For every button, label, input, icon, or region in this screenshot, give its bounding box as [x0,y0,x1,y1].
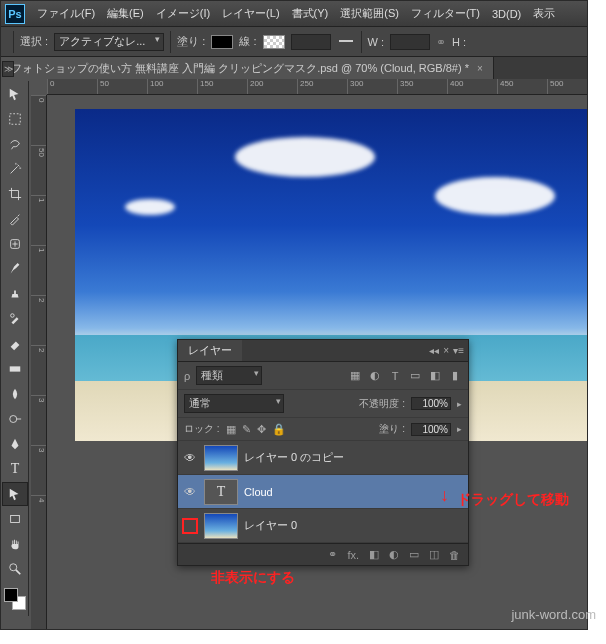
eraser-tool[interactable] [2,332,28,356]
lock-all-icon[interactable]: 🔒 [272,423,286,436]
menu-layer[interactable]: レイヤー(L) [216,6,285,21]
blur-tool[interactable] [2,382,28,406]
layer-name[interactable]: レイヤー 0 [244,518,297,533]
w-label: W : [368,36,385,48]
link-wh-icon[interactable]: ⚭ [436,35,446,49]
new-layer-icon[interactable]: ◫ [429,548,439,561]
ruler-vertical[interactable]: 0501122334 [31,95,47,629]
brush-tool[interactable] [2,257,28,281]
panel-header: レイヤー ◂◂ × ▾≡ [178,340,468,362]
document-tab-row: フォトショップの使い方 無料講座 入門編 クリッピングマスク.psd @ 70%… [1,57,587,79]
delete-layer-icon[interactable]: 🗑 [449,549,460,561]
eyedropper-tool[interactable] [2,207,28,231]
layer-name[interactable]: レイヤー 0 のコピー [244,450,344,465]
type-tool[interactable]: T [2,457,28,481]
filter-adjustment-icon[interactable]: ◐ [368,369,382,383]
separator [170,31,171,53]
move-tool[interactable] [2,82,28,106]
opacity-label: 不透明度 : [359,397,405,411]
filter-type-select[interactable]: 種類 [196,366,262,385]
filter-smart-icon[interactable]: ◧ [428,369,442,383]
new-group-icon[interactable]: ▭ [409,548,419,561]
menu-image[interactable]: イメージ(I) [150,6,216,21]
fill-label: 塗り : [379,422,405,436]
history-brush-tool[interactable] [2,307,28,331]
filter-shape-icon[interactable]: ▭ [408,369,422,383]
visibility-toggle[interactable]: 👁 [182,484,198,500]
lock-label: ロック : [184,422,220,436]
blend-mode-select[interactable]: 通常 [184,394,284,413]
menu-edit[interactable]: 編集(E) [101,6,150,21]
ruler-horizontal[interactable]: 050100150200250300350400450500550600 [47,79,587,95]
width-input[interactable] [390,34,430,50]
magic-wand-tool[interactable] [2,157,28,181]
layers-panel[interactable]: レイヤー ◂◂ × ▾≡ ρ 種類 ▦ ◐ T ▭ ◧ ▮ 通常 不透明度 : … [177,339,469,566]
layer-name[interactable]: Cloud [244,486,273,498]
path-selection-tool[interactable] [2,482,28,506]
marquee-tool[interactable] [2,107,28,131]
blend-opacity-row: 通常 不透明度 : 100% ▸ [178,390,468,418]
layer-list: 👁 レイヤー 0 のコピー 👁 T Cloud レイヤー 0 [178,441,468,543]
filter-toggle[interactable]: ▮ [448,369,462,383]
color-swatches [1,582,28,616]
menu-type[interactable]: 書式(Y) [286,6,335,21]
layer-thumbnail[interactable] [204,513,238,539]
separator [361,31,362,53]
clone-stamp-tool[interactable] [2,282,28,306]
stroke-label: 線 : [239,34,256,49]
layer-style-icon[interactable]: fx. [347,549,359,561]
crop-tool[interactable] [2,182,28,206]
foreground-color[interactable] [4,588,18,602]
stroke-width-input[interactable] [291,34,331,50]
stroke-swatch[interactable] [263,35,285,49]
collapse-panel-icon[interactable]: ◂◂ [429,345,439,356]
layer-item[interactable]: 👁 T Cloud [178,475,468,509]
filter-text-icon[interactable]: T [388,369,402,383]
layer-thumbnail[interactable]: T [204,479,238,505]
rectangle-tool[interactable] [2,507,28,531]
menu-view[interactable]: 表示 [527,6,561,21]
svg-rect-4 [10,366,21,371]
lasso-tool[interactable] [2,132,28,156]
layer-item[interactable]: レイヤー 0 [178,509,468,543]
menu-file[interactable]: ファイル(F) [31,6,101,21]
fill-dropdown-icon[interactable]: ▸ [457,424,462,434]
fill-input[interactable]: 100% [411,423,451,436]
zoom-tool[interactable] [2,557,28,581]
separator [13,31,14,53]
close-panel-icon[interactable]: × [443,345,449,356]
lock-position-icon[interactable]: ✥ [257,423,266,436]
svg-point-8 [10,564,17,571]
layer-mask-icon[interactable]: ◧ [369,548,379,561]
layer-item[interactable]: 👁 レイヤー 0 のコピー [178,441,468,475]
opacity-dropdown-icon[interactable]: ▸ [457,399,462,409]
adjustment-layer-icon[interactable]: ◐ [389,548,399,561]
dodge-tool[interactable] [2,407,28,431]
search-icon: ρ [184,370,190,382]
opacity-input[interactable]: 100% [411,397,451,410]
visibility-toggle[interactable]: 👁 [182,450,198,466]
panel-menu-icon[interactable]: ▾≡ [453,345,464,356]
link-layers-icon[interactable]: ⚭ [328,548,337,561]
close-tab-icon[interactable]: × [477,63,483,74]
lock-transparency-icon[interactable]: ▦ [226,423,236,436]
fill-swatch[interactable] [211,35,233,49]
layer-thumbnail[interactable] [204,445,238,471]
options-bar: 選択 : アクティブなレ... 塗り : 線 : W : ⚭ H : [1,27,587,57]
menu-filter[interactable]: フィルター(T) [405,6,486,21]
collapse-dock-icon[interactable]: ≫ [2,61,14,77]
lock-pixels-icon[interactable]: ✎ [242,423,251,436]
stroke-options-icon[interactable] [337,33,355,51]
document-tab[interactable]: フォトショップの使い方 無料講座 入門編 クリッピングマスク.psd @ 70%… [1,57,494,79]
filter-pixel-icon[interactable]: ▦ [348,369,362,383]
layers-tab[interactable]: レイヤー [178,340,242,361]
menu-3d[interactable]: 3D(D) [486,8,527,20]
gradient-tool[interactable] [2,357,28,381]
healing-brush-tool[interactable] [2,232,28,256]
menu-select[interactable]: 選択範囲(S) [334,6,405,21]
hand-tool[interactable] [2,532,28,556]
visibility-toggle[interactable] [182,518,198,534]
pen-tool[interactable] [2,432,28,456]
select-dropdown[interactable]: アクティブなレ... [54,33,164,51]
svg-rect-1 [10,114,21,125]
